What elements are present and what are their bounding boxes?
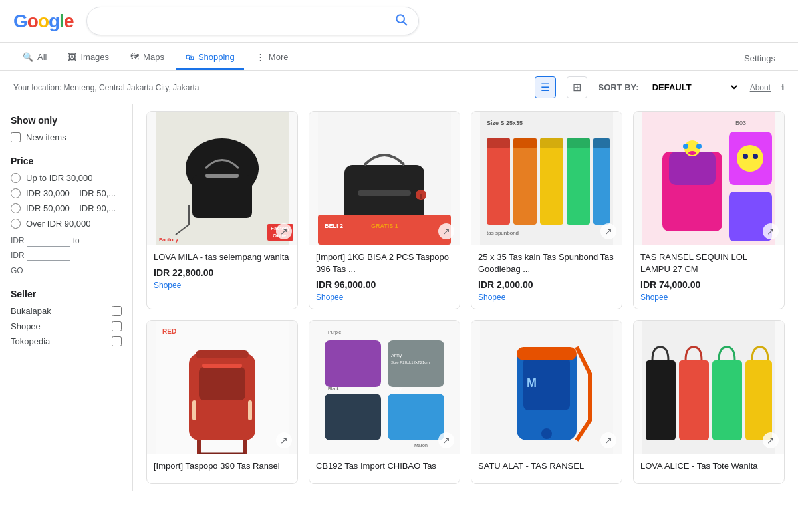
svg-text:Navy: Navy [391,386,402,392]
svg-point-36 [696,144,702,149]
price-section: Price Up to IDR 30,000 IDR 30,000 – IDR … [11,156,122,275]
price-radio-2[interactable] [11,203,21,213]
svg-text:Black: Black [328,386,340,391]
product-card[interactable]: B03↗TAS RANSEL SEQUIN LOL LAMPU 27 CMIDR… [633,111,785,309]
shopping-icon: 🛍 [186,52,194,62]
product-price: IDR 22,800.00 [154,267,291,278]
product-image: FactoryOutletFactoryOutlet↗ [147,112,297,245]
sidebar: Show only New items Price Up to IDR 30,0… [0,104,133,491]
location-header: Your location: Menteng, Central Jakarta … [0,71,798,104]
product-card[interactable]: FactoryOutletFactoryOutlet↗LOVA MILA - t… [146,111,298,309]
external-link-icon[interactable]: ↗ [276,223,292,239]
product-name: LOVA ALICE - Tas Tote Wanita [640,460,777,472]
svg-rect-21 [540,145,563,225]
search-bar: tas [86,7,419,35]
tab-more[interactable]: ⋮ More [247,45,298,70]
svg-text:tas spunbond: tas spunbond [487,230,519,236]
product-info: CB192 Tas Import CHIBAO Tas [309,454,460,483]
product-card[interactable]: M↗SATU ALAT - TAS RANSEL [471,320,622,483]
svg-point-37 [688,151,696,155]
product-card[interactable]: tas spunbondSize S 25x35↗25 x 35 Tas kai… [471,111,622,309]
product-seller[interactable]: Shopee [316,293,453,302]
product-image: PurpleBlackArmySize P28xL12xT21cmNavyMar… [309,321,460,454]
seller-tokopedia: Tokopedia [11,336,122,346]
external-link-icon[interactable]: ↗ [438,223,454,239]
product-name: CB192 Tas Import CHIBAO Tas [316,460,453,472]
svg-text:Factory: Factory [159,237,178,243]
shopee-checkbox[interactable] [112,321,122,331]
price-max-label: IDR [11,251,25,260]
search-input[interactable]: tas [98,15,394,27]
svg-rect-55 [325,394,381,440]
price-radio-3[interactable] [11,219,21,229]
logo-letter-o1: o [27,11,38,31]
product-price: IDR 2,000.00 [478,279,615,290]
new-items-filter: New items [11,132,122,142]
google-logo[interactable]: Google [13,11,73,32]
svg-rect-46 [199,367,245,400]
svg-rect-22 [567,145,590,225]
product-seller[interactable]: Shopee [478,293,615,302]
more-icon: ⋮ [256,52,265,62]
list-view-button[interactable]: ☰ [535,76,556,98]
sort-select[interactable]: DEFAULT Price: Low to High Price: High t… [650,82,739,93]
svg-rect-26 [540,138,563,148]
main-layout: Show only New items Price Up to IDR 30,0… [0,104,798,491]
tab-all[interactable]: 🔍 All [13,45,56,70]
svg-rect-14 [420,194,422,199]
price-min-input[interactable] [27,234,70,247]
product-image: BELI 2GRATIS 1↗ [309,112,460,245]
seller-section: Seller Bukalapak Shopee Tokopedia [11,289,122,346]
price-radio-0[interactable] [11,173,21,183]
product-card[interactable]: ↗LOVA ALICE - Tas Tote Wanita [633,320,785,483]
tab-maps-label: Maps [143,52,164,62]
product-card[interactable]: PurpleBlackArmySize P28xL12xT21cmNavyMar… [309,320,460,483]
product-seller[interactable]: Shopee [154,281,291,290]
all-icon: 🔍 [23,52,33,62]
grid-view-button[interactable]: ⊞ [567,76,587,98]
tab-images[interactable]: 🖼 Images [59,45,118,70]
search-button[interactable] [394,13,408,29]
price-title: Price [11,156,122,166]
product-info: LOVA ALICE - Tas Tote Wanita [634,454,784,483]
svg-rect-52 [248,400,252,420]
price-max-row: IDR [11,249,122,261]
tab-all-label: All [37,52,47,62]
location-text: Your location: Menteng, Central Jakarta … [13,83,199,92]
svg-rect-48 [196,350,249,358]
about-link[interactable]: About [750,83,771,92]
logo-letter-g: G [13,11,27,31]
info-icon[interactable]: ℹ [781,83,785,92]
price-radio-1[interactable] [11,188,21,198]
price-min-label: IDR [11,236,25,245]
external-link-icon[interactable]: ↗ [763,223,779,239]
new-items-checkbox[interactable] [11,132,21,142]
tokopedia-checkbox[interactable] [112,336,122,346]
product-seller[interactable]: Shopee [640,293,777,302]
product-name: 25 x 35 Tas kain Tas Spunbond Tas Goodie… [478,251,615,275]
svg-rect-54 [325,340,381,387]
svg-rect-71 [646,360,676,440]
price-option-1: IDR 30,000 – IDR 50,... [11,188,122,198]
tab-shopping-label: Shopping [198,52,235,62]
svg-rect-33 [669,152,716,185]
svg-rect-4 [192,175,252,218]
price-max-input[interactable] [27,251,70,261]
show-only-section: Show only New items [11,115,122,142]
settings-link[interactable]: Settings [735,47,785,70]
tab-shopping[interactable]: 🛍 Shopping [176,45,244,70]
product-image: RED↗ [147,321,297,454]
svg-text:Maron: Maron [414,443,428,448]
price-go-row: GO [11,265,122,275]
external-link-icon[interactable]: ↗ [600,223,616,239]
price-label-2: IDR 50,000 – IDR 90,... [26,203,116,213]
product-card[interactable]: BELI 2GRATIS 1↗[Import] 1KG BISA 2 PCS T… [309,111,460,309]
price-label-1: IDR 30,000 – IDR 50,... [26,188,116,198]
svg-text:B03: B03 [735,120,746,126]
product-card[interactable]: RED↗[Import] Taspopo 390 Tas Ransel [146,320,298,483]
svg-point-42 [753,154,758,159]
svg-text:M: M [527,376,537,390]
svg-rect-51 [192,400,196,420]
bukalapak-checkbox[interactable] [112,306,122,316]
tab-maps[interactable]: 🗺 Maps [121,45,174,70]
